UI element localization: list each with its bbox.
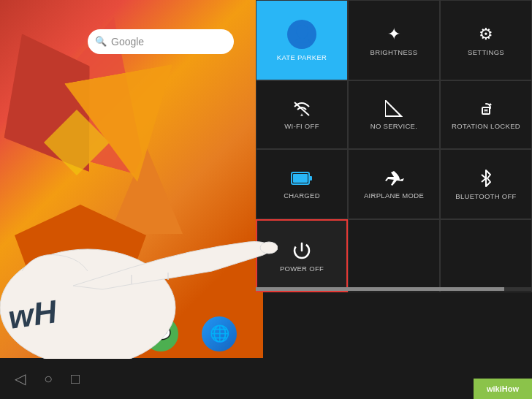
qs-tile-bluetooth[interactable]: BLUETOOTH OFF (440, 149, 532, 219)
qs-tile-rotation[interactable]: ROTATION LOCKED (440, 80, 532, 149)
qs-tile-wifi-label: WI-FI OFF (284, 122, 319, 130)
back-button[interactable]: ◁ (15, 370, 26, 387)
qs-tile-wifi[interactable]: WI-FI OFF (256, 80, 348, 149)
app-dock: 📞 ⠿ 💬 🌐 (0, 310, 263, 358)
recents-button[interactable]: □ (71, 370, 80, 387)
wikihow-label: wikiHow (487, 384, 519, 393)
qs-tile-settings[interactable]: ⚙ SETTINGS (440, 0, 532, 80)
wikihow-badge: wikiHow (474, 379, 532, 399)
home-button[interactable]: ○ (44, 370, 53, 387)
qs-tile-rotation-label: ROTATION LOCKED (452, 122, 520, 130)
qs-tile-power[interactable]: POWER OFF (256, 219, 348, 292)
bluetooth-off-icon (478, 169, 494, 188)
scrollbar-thumb (256, 287, 504, 291)
qs-tile-user[interactable]: 👤 KATE PARKER (256, 0, 348, 80)
wallpaper-shape-2 (110, 146, 183, 234)
qs-tile-empty-1 (348, 219, 440, 292)
navigation-bar: ◁ ○ □ wikiHow (0, 358, 532, 399)
signal-icon (385, 100, 403, 118)
dock-app-launcher[interactable]: ⠿ (85, 316, 120, 352)
qs-tile-brightness[interactable]: ✦ BRIGHTNESS (348, 0, 440, 80)
qs-tile-brightness-label: BRIGHTNESS (370, 48, 418, 56)
qs-tile-user-label: KATE PARKER (277, 53, 327, 61)
qs-tile-airplane-label: AIRPLANE MODE (364, 191, 424, 200)
battery-charged-icon (291, 170, 313, 187)
qs-tile-settings-label: SETTINGS (468, 48, 504, 56)
qs-tile-signal-label: NO SERVICE. (370, 122, 417, 130)
wifi-off-icon (292, 100, 312, 118)
google-search-bar[interactable]: 🔍 Google (88, 29, 234, 54)
quick-settings-scrollbar[interactable] (256, 287, 532, 291)
messenger-icon: 💬 (151, 324, 171, 343)
airplane-mode-icon (384, 170, 404, 187)
user-avatar: 👤 (287, 20, 316, 49)
svg-rect-7 (309, 176, 312, 180)
nav-buttons: ◁ ○ □ (15, 370, 80, 387)
qs-tile-bluetooth-label: BLUETOOTH OFF (455, 192, 516, 200)
apps-grid-icon: ⠿ (98, 326, 107, 342)
qs-tile-signal[interactable]: NO SERVICE. (348, 80, 440, 149)
power-off-icon (291, 240, 313, 260)
brightness-icon: ✦ (387, 25, 400, 44)
quick-settings-panel: 👤 KATE PARKER ✦ BRIGHTNESS ⚙ SETTINGS WI… (256, 0, 532, 292)
svg-marker-1 (385, 100, 401, 116)
svg-rect-6 (293, 174, 308, 183)
phone-icon: 📞 (34, 324, 54, 343)
settings-icon: ⚙ (479, 25, 493, 44)
dock-app-browser[interactable]: 🌐 (202, 316, 237, 352)
qs-tile-empty-2 (440, 219, 532, 292)
qs-tile-airplane[interactable]: AIRPLANE MODE (348, 149, 440, 219)
qs-tile-battery-label: CHARGED (284, 191, 320, 200)
google-search-label: Google (111, 36, 144, 48)
qs-tile-power-label: POWER OFF (280, 265, 324, 273)
dock-app-messenger[interactable]: 💬 (143, 316, 178, 352)
qs-tile-battery[interactable]: CHARGED (256, 149, 348, 219)
search-icon: 🔍 (95, 36, 107, 48)
tablet-screen: 🔍 Google 👤 KATE PARKER ✦ BRIGHTNESS ⚙ SE… (0, 0, 532, 399)
browser-icon: 🌐 (210, 324, 229, 343)
dock-app-phone[interactable]: 📞 (26, 316, 61, 352)
rotation-lock-icon (476, 100, 496, 118)
